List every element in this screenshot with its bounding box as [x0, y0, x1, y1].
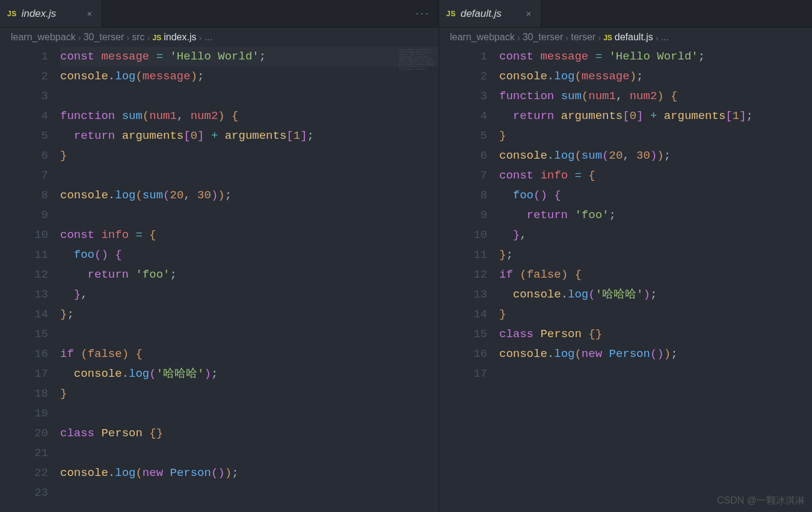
code-line[interactable]	[499, 364, 812, 384]
line-number: 4	[439, 106, 487, 126]
line-number: 2	[0, 67, 48, 87]
code-editor[interactable]: 1234567891011121314151617const message =…	[439, 47, 812, 512]
tab-bar: JSdefault.js×	[439, 0, 812, 28]
code-line[interactable]: console.log(message);	[499, 67, 812, 87]
token-op: =	[595, 50, 602, 63]
token-cls: Person	[101, 427, 142, 440]
token-bry: (	[574, 70, 581, 83]
code-line[interactable]: return 'foo';	[60, 265, 438, 285]
code-line[interactable]: foo() {	[60, 245, 438, 265]
token-kw: const	[499, 169, 534, 182]
code-line[interactable]: const message = 'Hello World';	[60, 47, 438, 67]
breadcrumb-label: learn_webpack	[450, 32, 515, 42]
breadcrumb-file[interactable]: JSindex.js	[153, 32, 197, 43]
token-punc: ;	[225, 189, 232, 202]
token-bry: {	[588, 169, 595, 182]
code-line[interactable]	[60, 443, 438, 463]
token-brp: [	[725, 109, 732, 123]
token-punc	[204, 129, 211, 142]
code-line[interactable]: return arguments[0] + arguments[1];	[60, 126, 438, 146]
token-punc	[664, 90, 671, 103]
token-punc	[108, 248, 115, 261]
code-line[interactable]: };	[60, 305, 438, 325]
code-line[interactable]: const info = {	[60, 225, 438, 245]
code-line[interactable]: }	[499, 305, 812, 325]
token-punc	[554, 109, 561, 123]
breadcrumb-file[interactable]: JSdefault.js	[603, 32, 653, 43]
token-punc	[602, 347, 609, 361]
code-line[interactable]: const message = 'Hello World';	[499, 47, 812, 67]
breadcrumb-folder[interactable]: 30_terser	[523, 32, 564, 43]
token-brp: )	[101, 248, 108, 261]
breadcrumb-label: default.js	[615, 32, 653, 42]
code-line[interactable]: const info = {	[499, 166, 812, 186]
token-punc: ,	[520, 228, 526, 242]
token-brp: )	[540, 189, 547, 202]
code-line[interactable]: },	[60, 285, 438, 305]
code-line[interactable]: class Person {}	[60, 424, 438, 443]
code-line[interactable]: };	[499, 245, 812, 265]
code-line[interactable]: if (false) {	[60, 344, 438, 364]
token-punc	[94, 50, 101, 63]
code-line[interactable]: }	[499, 126, 812, 146]
breadcrumb-folder[interactable]: 30_terser	[84, 32, 125, 43]
close-icon[interactable]: ×	[524, 9, 534, 19]
code-line[interactable]: }	[60, 384, 438, 404]
code-line[interactable]	[60, 483, 438, 503]
tab-title: index.js	[22, 8, 57, 20]
code-line[interactable]: console.log('哈哈哈');	[499, 285, 812, 305]
token-brp: )	[657, 347, 663, 361]
token-bry: }	[499, 129, 506, 142]
code-line[interactable]: console.log(sum(20, 30));	[60, 186, 438, 206]
code-line[interactable]: foo() {	[499, 186, 812, 206]
code-line[interactable]: },	[499, 225, 812, 245]
editor-tab[interactable]: JSindex.js×	[0, 0, 102, 27]
code-line[interactable]: }	[60, 146, 438, 166]
code-line[interactable]: function sum(num1, num2) {	[499, 87, 812, 106]
token-bry: (	[135, 466, 142, 480]
chevron-right-icon: ›	[198, 32, 201, 43]
code-line[interactable]: console.log(sum(20, 30));	[499, 146, 812, 166]
code-line[interactable]: console.log(new Person());	[60, 463, 438, 483]
token-bry: )	[218, 189, 224, 202]
token-fn: log	[129, 367, 149, 380]
token-kw: function	[60, 109, 115, 123]
breadcrumb-folder[interactable]: terser	[571, 32, 595, 43]
code-editor[interactable]: 1234567891011121314151617181920212223con…	[0, 47, 438, 512]
code-line[interactable]	[60, 166, 438, 186]
code-line[interactable]: function sum(num1, num2) {	[60, 106, 438, 126]
code-line[interactable]: class Person {}	[499, 325, 812, 344]
code-line[interactable]: return arguments[0] + arguments[1];	[499, 106, 812, 126]
line-number: 1	[0, 47, 48, 67]
code-line[interactable]	[60, 325, 438, 344]
line-number: 20	[0, 424, 48, 443]
token-bry: {	[149, 427, 156, 440]
token-punc: ;	[259, 50, 266, 63]
breadcrumb-symbol[interactable]: ...	[661, 32, 669, 43]
code-line[interactable]: console.log('哈哈哈');	[60, 364, 438, 384]
code-content[interactable]: const message = 'Hello World';console.lo…	[499, 47, 812, 512]
token-brp: {	[115, 248, 121, 261]
chevron-right-icon: ›	[517, 32, 520, 43]
token-punc	[568, 169, 574, 182]
code-line[interactable]	[60, 87, 438, 106]
line-number: 11	[439, 245, 487, 265]
tab-overflow-button[interactable]: ···	[407, 0, 438, 27]
code-line[interactable]: if (false) {	[499, 265, 812, 285]
code-line[interactable]: console.log(message);	[60, 67, 438, 87]
token-kw: new	[582, 347, 602, 361]
code-line[interactable]: console.log(new Person());	[499, 344, 812, 364]
code-line[interactable]	[60, 206, 438, 225]
breadcrumb-symbol[interactable]: ...	[204, 32, 212, 43]
token-fn: Person	[609, 347, 650, 361]
close-icon[interactable]: ×	[85, 9, 94, 19]
breadcrumb-folder[interactable]: learn_webpack	[11, 32, 76, 43]
code-content[interactable]: const message = 'Hello World';console.lo…	[60, 47, 438, 512]
token-var: message	[582, 70, 630, 83]
code-line[interactable]: return 'foo';	[499, 206, 812, 225]
breadcrumb-folder[interactable]: src	[132, 32, 144, 43]
code-line[interactable]	[60, 404, 438, 424]
breadcrumb-folder[interactable]: learn_webpack	[450, 32, 515, 43]
editor-tab[interactable]: JSdefault.js×	[439, 0, 541, 27]
token-var: message	[143, 70, 191, 83]
